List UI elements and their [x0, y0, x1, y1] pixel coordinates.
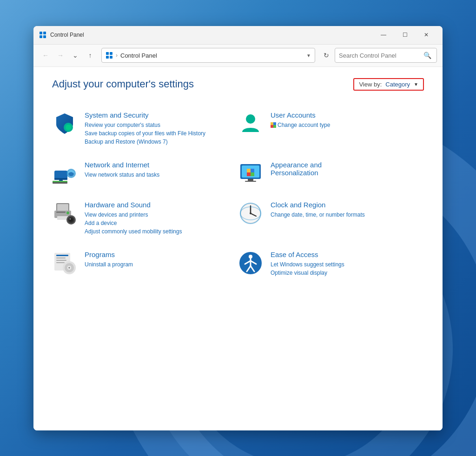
control-panel-window: Control Panel — ☐ ✕ ← → ⌄ ↑ › Control Pa… [33, 26, 443, 430]
svg-point-10 [246, 114, 255, 124]
ease-link-2[interactable]: Optimize visual display [271, 269, 424, 277]
user-accounts-title[interactable]: User Accounts [271, 111, 424, 119]
programs-icon [52, 251, 77, 276]
category-system-security: System and Security Review your computer… [52, 104, 238, 153]
svg-rect-31 [57, 204, 68, 211]
ease-icon [238, 251, 263, 276]
recent-button[interactable]: ⌄ [69, 49, 82, 62]
category-ease: Ease of Access Let Windows suggest setti… [238, 243, 424, 284]
svg-rect-1 [43, 32, 46, 34]
svg-rect-5 [110, 52, 112, 55]
network-link-1[interactable]: View network status and tasks [85, 171, 238, 179]
svg-rect-12 [273, 122, 276, 125]
clock-icon [238, 201, 263, 226]
address-icon [106, 52, 113, 59]
hardware-link-1[interactable]: View devices and printers [85, 211, 238, 219]
svg-rect-14 [273, 125, 276, 128]
category-user-accounts: User Accounts Change account type [238, 104, 424, 153]
category-hardware: Hardware and Sound View devices and prin… [52, 193, 238, 243]
svg-rect-34 [66, 211, 69, 214]
content-header: Adjust your computer's settings View by:… [52, 78, 424, 91]
svg-rect-19 [53, 181, 67, 182]
svg-rect-25 [251, 169, 254, 172]
network-icon [52, 161, 77, 186]
hardware-link-2[interactable]: Add a device [85, 219, 238, 227]
svg-rect-27 [251, 172, 254, 176]
system-security-icon [52, 111, 77, 136]
search-input[interactable] [339, 52, 419, 59]
address-dropdown-icon[interactable]: ▼ [306, 53, 311, 58]
system-security-link-1[interactable]: Review your computer's status [85, 121, 238, 129]
appearance-icon [238, 161, 263, 186]
hardware-icon [52, 201, 77, 226]
window-icon [39, 31, 46, 39]
svg-rect-4 [106, 52, 109, 55]
categories-grid: System and Security Review your computer… [52, 104, 424, 284]
programs-link-1[interactable]: Uninstall a program [85, 260, 238, 269]
system-security-text: System and Security Review your computer… [85, 111, 238, 146]
svg-rect-11 [271, 122, 273, 125]
close-button[interactable]: ✕ [416, 27, 437, 42]
view-by-arrow-icon[interactable]: ▼ [414, 82, 418, 87]
network-text: Network and Internet View network status… [85, 161, 238, 179]
ease-title[interactable]: Ease of Access [271, 251, 424, 258]
system-security-title[interactable]: System and Security [85, 111, 238, 119]
hardware-title[interactable]: Hardware and Sound [85, 201, 238, 209]
svg-rect-51 [56, 262, 65, 263]
clock-text: Clock and Region Change date, time, or n… [271, 201, 424, 219]
svg-rect-7 [110, 56, 112, 59]
appearance-title[interactable]: Appearance andPersonalization [271, 161, 424, 177]
svg-point-39 [70, 218, 71, 219]
svg-point-55 [68, 267, 70, 269]
svg-rect-49 [56, 258, 66, 258]
appearance-text: Appearance andPersonalization [271, 161, 424, 178]
refresh-button[interactable]: ↻ [320, 49, 333, 62]
forward-button[interactable]: → [54, 49, 67, 62]
up-button[interactable]: ↑ [84, 49, 97, 62]
hardware-link-3[interactable]: Adjust commonly used mobility settings [85, 227, 238, 236]
svg-rect-2 [40, 35, 42, 38]
maximize-button[interactable]: ☐ [394, 27, 416, 42]
system-security-link-3[interactable]: Backup and Restore (Windows 7) [85, 138, 238, 146]
back-button[interactable]: ← [39, 49, 52, 62]
minimize-button[interactable]: — [373, 27, 394, 42]
view-by-label: View by: [359, 81, 382, 88]
svg-rect-33 [56, 211, 66, 213]
category-network: Network and Internet View network status… [52, 153, 238, 193]
svg-rect-13 [271, 125, 273, 128]
search-button[interactable]: 🔍 [422, 50, 433, 61]
svg-rect-6 [106, 56, 109, 59]
ease-link-1[interactable]: Let Windows suggest settings [271, 260, 424, 269]
titlebar: Control Panel — ☐ ✕ [33, 26, 443, 45]
page-title: Adjust your computer's settings [52, 78, 194, 90]
network-title[interactable]: Network and Internet [85, 161, 238, 169]
svg-rect-0 [40, 32, 42, 34]
window-controls: — ☐ ✕ [373, 27, 437, 42]
clock-title[interactable]: Clock and Region [271, 201, 424, 209]
category-programs: Programs Uninstall a program [52, 243, 238, 284]
user-accounts-text: User Accounts Change account type [271, 111, 424, 129]
system-security-link-2[interactable]: Save backup copies of your files with Fi… [85, 129, 238, 138]
ease-text: Ease of Access Let Windows suggest setti… [271, 251, 424, 277]
view-by-container: View by: Category ▼ [353, 78, 424, 91]
svg-rect-28 [248, 179, 253, 181]
category-clock: Clock and Region Change date, time, or n… [238, 193, 424, 243]
main-content: Adjust your computer's settings View by:… [33, 67, 443, 430]
programs-title[interactable]: Programs [85, 251, 238, 258]
svg-rect-29 [245, 181, 256, 182]
address-text: Control Panel [120, 52, 304, 59]
svg-rect-26 [247, 172, 251, 176]
address-separator: › [116, 52, 118, 59]
search-bar[interactable]: 🔍 [335, 48, 437, 63]
view-by-value[interactable]: Category [385, 81, 410, 88]
address-bar[interactable]: › Control Panel ▼ [101, 48, 315, 63]
clock-link-1[interactable]: Change date, time, or number formats [271, 211, 424, 219]
navbar: ← → ⌄ ↑ › Control Panel ▼ ↻ 🔍 [33, 45, 443, 67]
svg-rect-48 [56, 255, 68, 256]
window-title: Control Panel [50, 32, 373, 38]
user-accounts-link-1[interactable]: Change account type [271, 121, 424, 129]
svg-point-9 [66, 125, 71, 130]
hardware-text: Hardware and Sound View devices and prin… [85, 201, 238, 236]
svg-rect-50 [56, 260, 66, 261]
user-accounts-icon [238, 111, 263, 136]
